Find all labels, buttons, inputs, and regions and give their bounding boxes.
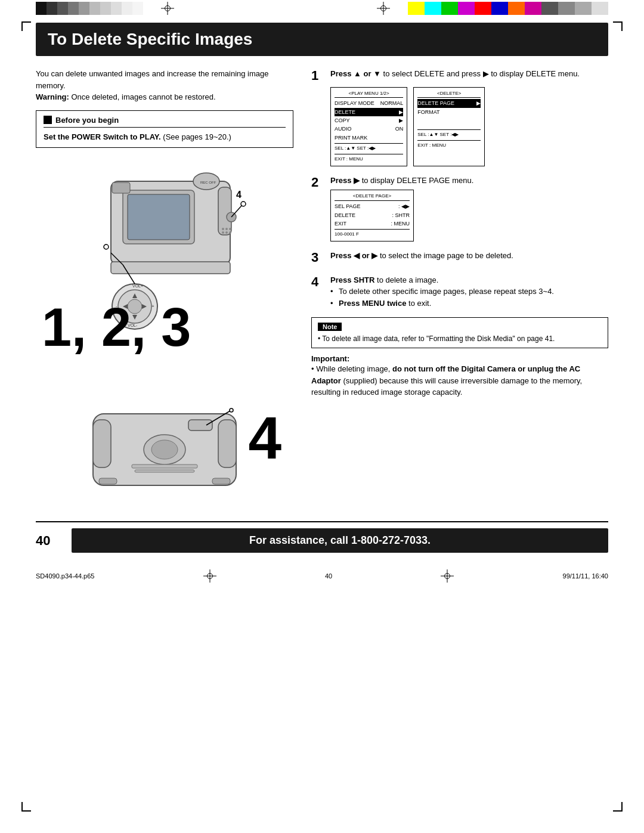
step-2-text: Press ▶ to display DELETE PAGE menu. — [330, 175, 608, 187]
svg-point-11 — [222, 231, 224, 234]
svg-point-9 — [225, 228, 228, 230]
right-column: 1 Press ▲ or ▼ to select DELETE and pres… — [311, 68, 608, 503]
checker-4 — [68, 2, 79, 15]
menu-print-mark: PRINT MARK — [335, 134, 403, 142]
svg-rect-2 — [128, 194, 190, 240]
color-darkgray — [541, 2, 558, 15]
footer: SD4090.p34-44.p65 40 99/11/11, 16:40 — [0, 565, 644, 587]
main-content-row: You can delete unwanted images and incre… — [36, 68, 608, 503]
corner-mark-br — [613, 802, 623, 812]
corner-mark-tr — [613, 21, 623, 31]
step-4-content: Press SHTR to delete a image. To delete … — [330, 274, 608, 309]
checkerboard — [36, 2, 143, 15]
svg-point-13 — [229, 231, 231, 234]
step-2-bold: Press ▶ — [330, 176, 360, 185]
step-2: 2 Press ▶ to display DELETE PAGE menu. <… — [311, 175, 608, 241]
svg-text:4: 4 — [236, 190, 242, 200]
note-label: Note — [318, 323, 342, 331]
before-you-begin-box: Before you begin Set the POWER Switch to… — [36, 110, 293, 148]
page-title: To Delete Specific Images — [36, 23, 608, 56]
step-3-content: Press ◀ or ▶ to select the image page to… — [330, 250, 608, 262]
svg-point-43 — [230, 408, 233, 412]
step-3-rest: to select the image page to be deleted. — [377, 251, 513, 260]
svg-point-8 — [222, 228, 224, 230]
top-bar-left — [0, 0, 322, 17]
play-menu-exit: EXIT : MENU — [335, 154, 403, 163]
page-wrapper: To Delete Specific Images You can delete… — [0, 0, 644, 833]
warning-label: Warning: — [36, 92, 69, 101]
footer-crosshair-circle-right — [444, 573, 450, 579]
footer-center: 40 — [325, 572, 332, 580]
bottom-camera-area: 4 — [36, 408, 293, 503]
checker-2 — [47, 2, 57, 15]
intro-main: You can delete unwanted images and incre… — [36, 69, 269, 90]
crosshair-left — [161, 2, 174, 15]
note-box: Note • To delete all image data, refer t… — [311, 317, 608, 348]
delete-page-footer: 100-0001 F — [335, 229, 410, 239]
play-menu-screenshot: <PLAY MENU 1/2> DISPLAY MODENORMAL DELET… — [330, 87, 407, 166]
svg-point-31 — [104, 244, 109, 249]
corner-mark-bl — [21, 802, 31, 812]
crosshair-right — [377, 2, 390, 15]
crosshair-icon-left — [161, 2, 174, 15]
color-yellow — [408, 2, 425, 15]
step-3-text: Press ◀ or ▶ to select the image page to… — [330, 250, 608, 262]
checker-3 — [57, 2, 68, 15]
corner-mark-tl — [21, 21, 31, 31]
important-intro: While deleting image, — [316, 364, 392, 373]
assistance-bar: For assistance, call 1-800-272-7033. — [72, 528, 608, 553]
svg-rect-40 — [99, 478, 117, 484]
top-bar-right — [322, 0, 644, 17]
before-box-content: Set the POWER Switch to PLAY. (See pages… — [44, 131, 286, 143]
color-red — [475, 2, 491, 15]
svg-line-28 — [231, 205, 242, 217]
bullet-repeat: To delete other specific image pages, pl… — [330, 286, 608, 298]
warning-text: Once deleted, images cannot be restored. — [69, 92, 216, 101]
footer-crosshair — [203, 569, 216, 583]
menu-display-mode: DISPLAY MODENORMAL — [335, 99, 403, 107]
svg-rect-38 — [132, 465, 197, 468]
play-menu-title: <PLAY MENU 1/2> — [335, 90, 403, 98]
note-text: • To delete all image data, refer to "Fo… — [318, 333, 602, 344]
delete-menu-title: <DELETE> — [417, 90, 481, 98]
page-content: To Delete Specific Images You can delete… — [0, 17, 644, 565]
step-4-rest: to delete a image. — [374, 275, 438, 284]
step-1-bold: Press ▲ or ▼ — [330, 69, 381, 78]
step-1-text: Press ▲ or ▼ to select DELETE and press … — [330, 68, 608, 80]
big-step-numbers: 1, 2, 3 — [42, 301, 191, 354]
color-strip — [408, 2, 608, 15]
important-bold1: do not turn off the Digital Camera or un… — [392, 364, 580, 373]
step-3: 3 Press ◀ or ▶ to select the image page … — [311, 250, 608, 265]
important-section: Important: • While deleting image, do no… — [311, 354, 608, 398]
checker-10 — [132, 2, 143, 15]
svg-rect-39 — [135, 470, 194, 472]
checker-1 — [36, 2, 47, 15]
delete-page-title: <DELETE PAGE> — [335, 193, 410, 201]
color-green — [441, 2, 458, 15]
crosshair-icon-right — [377, 2, 390, 15]
checker-6 — [89, 2, 100, 15]
crosshair-circle — [165, 5, 171, 11]
camera-illustration-area: REC OFF — [36, 157, 293, 342]
color-blue — [491, 2, 508, 15]
step-1-rest: to select DELETE and press ▶ to display … — [381, 69, 580, 78]
svg-text:REC OFF: REC OFF — [200, 181, 216, 184]
step-3-number: 3 — [311, 250, 326, 265]
step-4-bold: Press SHTR — [330, 275, 374, 284]
important-rest: (supplied) because this will cause irrev… — [311, 376, 582, 397]
svg-text:VOL+: VOL+ — [132, 284, 143, 288]
menu-pair-1: <PLAY MENU 1/2> DISPLAY MODENORMAL DELET… — [330, 83, 608, 166]
before-rest: (See pages 19~20.) — [161, 132, 231, 141]
svg-rect-14 — [111, 262, 230, 274]
menu-spacer — [417, 116, 481, 128]
color-cyan — [425, 2, 441, 15]
delete-menu-nav: SEL :▲▼ SET :◀▶ — [417, 129, 481, 139]
checker-7 — [100, 2, 111, 15]
delete-page-item: DELETE PAGE▶ — [417, 99, 481, 107]
step-4-text: Press SHTR to delete a image. — [330, 274, 608, 286]
step-4-bullets: To delete other specific image pages, pl… — [330, 286, 608, 309]
svg-rect-37 — [188, 420, 212, 431]
format-item: FORMAT — [417, 108, 481, 116]
bottom-camera-svg — [75, 408, 254, 503]
bottom-row: 40 For assistance, call 1-800-272-7033. — [36, 521, 608, 553]
